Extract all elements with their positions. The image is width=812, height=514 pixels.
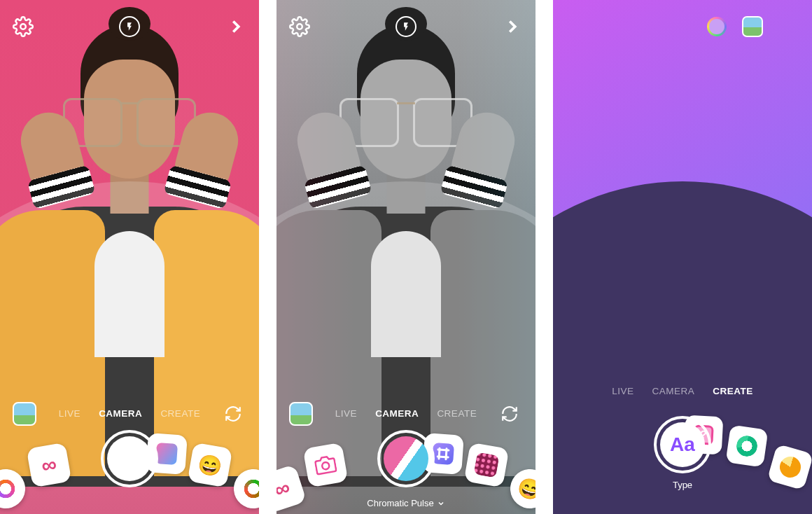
create-tool-label-text: Type	[673, 480, 692, 490]
chevron-down-icon	[437, 499, 445, 508]
mode-live[interactable]: LIVE	[59, 408, 80, 419]
settings-gear-icon[interactable]	[289, 16, 310, 37]
svg-point-0	[20, 24, 26, 29]
shutter-inner	[107, 436, 152, 481]
mode-create[interactable]: CREATE	[437, 408, 477, 419]
effect-emoji-icon[interactable]: 😄	[188, 443, 233, 488]
settings-gear-icon[interactable]	[13, 16, 34, 37]
tool-poll-donut-icon[interactable]	[726, 425, 769, 468]
shutter-effect-icon	[384, 436, 428, 481]
svg-point-2	[321, 461, 330, 470]
mode-create[interactable]: CREATE	[713, 386, 753, 396]
shutter-button[interactable]	[101, 430, 158, 487]
top-bar	[553, 11, 812, 42]
mode-camera[interactable]: CAMERA	[652, 386, 695, 396]
flash-toggle-icon[interactable]	[119, 16, 140, 37]
mode-live[interactable]: LIVE	[612, 386, 634, 396]
shutter-button[interactable]	[377, 430, 435, 487]
color-picker-ring-icon[interactable]	[707, 17, 727, 36]
switch-camera-icon[interactable]	[499, 403, 520, 424]
type-mode-button[interactable]: Aa	[654, 416, 711, 473]
capture-mode-row: LIVE CAMERA CREATE	[276, 408, 536, 419]
effect-name-label[interactable]: Chromatic Pulse	[276, 498, 536, 508]
story-create-type-screen: TAP TO TYPE LIVE CAMERA CREATE Aa Type	[553, 0, 812, 514]
mode-create[interactable]: CREATE	[160, 408, 200, 419]
flash-toggle-icon[interactable]	[396, 16, 416, 37]
mode-camera[interactable]: CAMERA	[99, 408, 142, 419]
effect-name-text: Chromatic Pulse	[367, 498, 433, 508]
mode-live[interactable]: LIVE	[335, 408, 357, 419]
type-mode-glyph: Aa	[660, 422, 705, 467]
create-tool-label: Type	[553, 480, 812, 490]
switch-camera-icon[interactable]	[223, 403, 244, 424]
gallery-thumbnail[interactable]	[289, 402, 313, 426]
capture-mode-row: LIVE CAMERA CREATE	[0, 408, 259, 419]
svg-point-1	[297, 24, 302, 29]
effect-camera-icon[interactable]	[303, 443, 349, 488]
capture-mode-row: LIVE CAMERA CREATE	[553, 386, 812, 396]
gallery-thumbnail[interactable]	[742, 16, 763, 37]
gallery-thumbnail[interactable]	[13, 402, 36, 426]
top-bar	[0, 11, 259, 42]
top-bar	[276, 11, 536, 42]
effect-sparkle-icon[interactable]	[464, 443, 510, 488]
effect-boomerang-infinity-icon[interactable]: ∞	[27, 443, 72, 488]
story-camera-screen-normal: LIVE CAMERA CREATE ∞ 😄	[0, 0, 259, 514]
story-camera-screen-effect: LIVE CAMERA CREATE ∞ 😄 Chromatic Pulse	[276, 0, 536, 514]
chevron-right-icon[interactable]	[225, 16, 246, 37]
mode-camera[interactable]: CAMERA	[375, 408, 419, 419]
chevron-right-icon[interactable]	[502, 16, 523, 37]
